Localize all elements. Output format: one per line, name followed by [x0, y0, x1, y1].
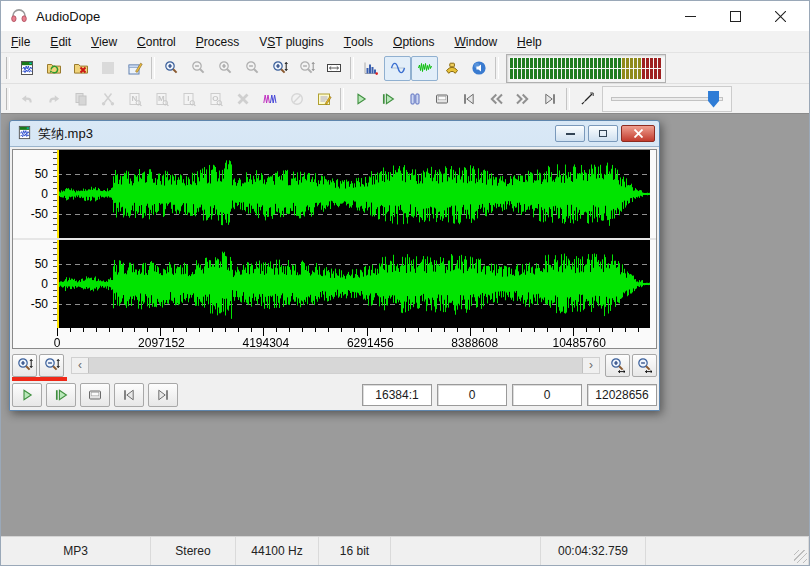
spectrum-view-button[interactable]: [357, 56, 384, 81]
undo-button: [13, 86, 40, 111]
paste-I-icon: I: [181, 91, 197, 107]
menu-item-help[interactable]: Help: [507, 31, 552, 52]
copy-button: [67, 86, 94, 111]
fit-window-button[interactable]: [320, 56, 347, 81]
menu-item-control[interactable]: Control: [127, 31, 186, 52]
editor-close-button[interactable]: [621, 125, 655, 142]
menu-item-options[interactable]: Options: [383, 31, 444, 52]
menu-bar: FileEditViewControlProcessVST pluginsToo…: [1, 31, 809, 53]
pause-button[interactable]: [401, 86, 428, 111]
waveform-view-button[interactable]: [411, 56, 438, 81]
play-selection-button[interactable]: [374, 86, 401, 111]
toolbar-grip[interactable]: [6, 88, 10, 110]
y-axis-label: 50: [35, 167, 48, 181]
go-end-button[interactable]: [148, 383, 178, 407]
oscilloscope-view-button[interactable]: [384, 56, 411, 81]
close-button[interactable]: [758, 1, 803, 31]
device-settings-button[interactable]: [438, 56, 465, 81]
editor-minimize-button[interactable]: [555, 125, 585, 142]
paste-O-icon: O: [208, 91, 224, 107]
new-audio-button[interactable]: [13, 56, 40, 81]
maximize-button[interactable]: [713, 1, 758, 31]
stop-icon: [87, 387, 103, 403]
editor-title-bar[interactable]: 笑纳.mp3: [10, 121, 659, 146]
status-cell-stereo: Stereo: [151, 537, 236, 565]
fit-width-icon: [326, 60, 342, 76]
zoom-vertical-in-button[interactable]: [12, 354, 37, 377]
waveform-display-channel-1[interactable]: [57, 150, 650, 238]
x-axis-label: 10485760: [552, 336, 605, 350]
notes-button[interactable]: [310, 86, 337, 111]
playback-cursor[interactable]: [57, 240, 59, 328]
sound-output-button[interactable]: [465, 56, 492, 81]
to-start-icon: [121, 387, 137, 403]
pause-icon: [407, 91, 423, 107]
stop-button[interactable]: [428, 86, 455, 111]
waveform-display-channel-2[interactable]: [57, 240, 650, 328]
redo-button: [40, 86, 67, 111]
play-button[interactable]: [347, 86, 374, 111]
menu-item-process[interactable]: Process: [186, 31, 249, 52]
rewind-icon: [488, 91, 504, 107]
scissors-icon: [100, 91, 116, 107]
volume-slider[interactable]: [602, 86, 732, 112]
svg-text:M: M: [157, 94, 164, 103]
paste-mix-button: M: [148, 86, 175, 111]
go-start-button[interactable]: [114, 383, 144, 407]
resize-grip[interactable]: [794, 550, 807, 563]
zoom-vertical-out-button[interactable]: [39, 354, 64, 377]
stop-button[interactable]: [80, 383, 110, 407]
minimize-icon: [566, 133, 575, 135]
menu-item-tools[interactable]: Tools: [334, 31, 383, 52]
mag---icon: [191, 60, 207, 76]
left-axis-channel-1: 500-50: [13, 150, 57, 238]
minimize-button[interactable]: [668, 1, 713, 31]
zoom-horizontal-out-button[interactable]: [632, 354, 657, 377]
save-edit-button[interactable]: [121, 56, 148, 81]
zoom-indicator-bar: [12, 377, 67, 381]
zoom-horizontal-in-button[interactable]: [605, 354, 630, 377]
mdi-workspace: 笑纳.mp3 500-50: [1, 113, 809, 536]
copy-icon: [73, 91, 89, 107]
mag-+-icon: [218, 60, 234, 76]
editor-restore-button[interactable]: [588, 125, 618, 142]
pick-tool-button[interactable]: [573, 86, 600, 111]
open-file-button[interactable]: [40, 56, 67, 81]
status-cell-00-04-32-759: 00:04:32.759: [541, 537, 646, 565]
menu-item-vst-plugins[interactable]: VST plugins: [249, 31, 334, 52]
marker-wave-button[interactable]: [256, 86, 283, 111]
menu-item-edit[interactable]: Edit: [40, 31, 81, 52]
rewind-button[interactable]: [482, 86, 509, 111]
sample-length-field: 12028656: [587, 384, 657, 406]
play-selection-button[interactable]: [46, 383, 76, 407]
menu-item-window[interactable]: Window: [444, 31, 507, 52]
toolbar-separator: [495, 57, 499, 79]
menu-item-file[interactable]: File: [1, 31, 40, 52]
x-axis-label: 2097152: [138, 336, 185, 350]
editor-title: 笑纳.mp3: [38, 125, 93, 143]
play-button[interactable]: [12, 383, 42, 407]
scroll-right-arrow[interactable]: ›: [583, 358, 599, 373]
paste-new-button: N: [121, 86, 148, 111]
menu-item-view[interactable]: View: [81, 31, 127, 52]
zoom-vertical-in-button[interactable]: [266, 56, 293, 81]
toolbar-grip[interactable]: [6, 57, 10, 79]
scroll-left-arrow[interactable]: ‹: [72, 358, 88, 373]
green-wave-icon: [417, 60, 433, 76]
level-meter: [506, 54, 666, 83]
to-end-icon: [155, 387, 171, 403]
go-start-button[interactable]: [455, 86, 482, 111]
zoom-in-button[interactable]: [158, 56, 185, 81]
close-file-button[interactable]: [67, 56, 94, 81]
delete-button: [229, 86, 256, 111]
picker-icon: [579, 91, 595, 107]
mag---v-icon: [299, 60, 315, 76]
play-icon: [19, 387, 35, 403]
playback-cursor[interactable]: [57, 150, 59, 238]
volume-thumb[interactable]: [708, 91, 719, 108]
forward-button[interactable]: [509, 86, 536, 111]
go-end-button[interactable]: [536, 86, 563, 111]
scrollbar-thumb[interactable]: [88, 358, 583, 373]
audiodope-window: AudioDope FileEditViewControlProcessVST …: [0, 0, 810, 566]
horizontal-scrollbar[interactable]: ‹ ›: [71, 357, 600, 374]
